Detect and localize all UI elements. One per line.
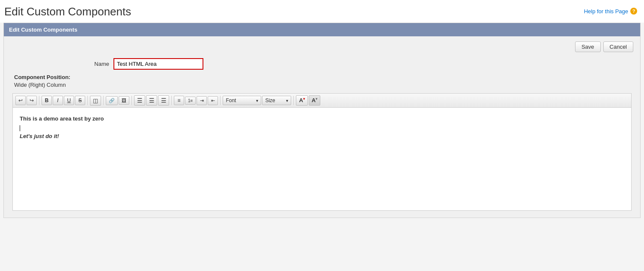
cancel-button[interactable]: Cancel bbox=[603, 41, 633, 52]
component-position-value: Wide (Right) Column bbox=[11, 82, 633, 88]
help-link-text: Help for this Page bbox=[584, 8, 628, 15]
help-link[interactable]: Help for this Page ? bbox=[584, 8, 637, 15]
indent-icon: ⇥ bbox=[200, 98, 204, 103]
outdent-icon: ⇤ bbox=[211, 98, 215, 103]
bg-color-button[interactable]: A▾ bbox=[309, 95, 320, 105]
underline-button[interactable]: U bbox=[64, 96, 74, 105]
table-button[interactable]: ◫ bbox=[90, 96, 101, 106]
table-icon: ◫ bbox=[93, 97, 98, 104]
separator-2 bbox=[87, 96, 88, 105]
font-dropdown[interactable]: Font ▾ bbox=[223, 96, 261, 105]
link-button[interactable]: 🔗 bbox=[106, 96, 118, 105]
link-icon: 🔗 bbox=[109, 98, 115, 103]
undo-button[interactable]: ↩ bbox=[15, 96, 26, 105]
align-left-icon: ☰ bbox=[137, 97, 142, 104]
bold-button[interactable]: B bbox=[42, 96, 52, 105]
edit-panel: Edit Custom Components Save Cancel Name … bbox=[3, 23, 641, 218]
list-ol-button[interactable]: 1≡ bbox=[185, 97, 196, 105]
page-header: Edit Custom Components Help for this Pag… bbox=[0, 0, 644, 23]
text-cursor bbox=[20, 125, 20, 131]
separator-5 bbox=[171, 96, 172, 105]
panel-header: Edit Custom Components bbox=[4, 23, 640, 36]
page-title: Edit Custom Components bbox=[4, 5, 131, 18]
editor-content-area[interactable]: This is a demo area test by zero Let's j… bbox=[13, 108, 631, 210]
name-label: Name bbox=[11, 61, 113, 67]
align-left-button[interactable]: ☰ bbox=[134, 95, 145, 106]
strikethrough-button[interactable]: S bbox=[75, 96, 85, 105]
redo-button[interactable]: ↪ bbox=[27, 96, 37, 105]
list-ul-button[interactable]: ≡ bbox=[174, 96, 184, 105]
editor-line-2 bbox=[20, 124, 624, 133]
redo-icon: ↪ bbox=[30, 97, 34, 103]
italic-button[interactable]: I bbox=[53, 96, 63, 105]
align-center-button[interactable]: ☰ bbox=[146, 95, 157, 106]
align-right-icon: ☰ bbox=[161, 97, 166, 104]
outdent-button[interactable]: ⇤ bbox=[208, 96, 218, 105]
image-button[interactable]: 🖼 bbox=[119, 96, 129, 105]
action-toolbar: Save Cancel bbox=[11, 41, 633, 52]
font-color-button[interactable]: A▾ bbox=[296, 95, 307, 105]
list-ul-icon: ≡ bbox=[177, 97, 180, 103]
undo-icon: ↩ bbox=[18, 97, 23, 103]
separator-3 bbox=[103, 96, 104, 105]
font-chevron-icon: ▾ bbox=[256, 98, 258, 103]
component-position-label: Component Position: bbox=[11, 74, 633, 80]
separator-6 bbox=[220, 96, 221, 105]
editor-line-1: This is a demo area test by zero bbox=[20, 115, 624, 123]
save-button[interactable]: Save bbox=[575, 41, 601, 52]
size-dropdown[interactable]: Size ▾ bbox=[262, 96, 291, 105]
image-icon: 🖼 bbox=[122, 98, 126, 103]
list-ol-icon: 1≡ bbox=[188, 98, 193, 103]
size-label: Size bbox=[265, 97, 275, 103]
align-right-button[interactable]: ☰ bbox=[158, 95, 169, 106]
name-input[interactable] bbox=[113, 58, 203, 70]
indent-button[interactable]: ⇥ bbox=[197, 96, 207, 105]
size-chevron-icon: ▾ bbox=[286, 98, 288, 103]
bg-color-icon: A▾ bbox=[312, 97, 317, 103]
editor-line-3: Let's just do it! bbox=[20, 132, 624, 141]
rich-text-editor: ↩ ↪ B I U S ◫ 🔗 🖼 bbox=[12, 93, 632, 211]
font-color-icon: A▾ bbox=[299, 97, 304, 103]
name-row: Name bbox=[11, 58, 633, 70]
font-label: Font bbox=[226, 97, 236, 103]
separator-4 bbox=[131, 96, 132, 105]
align-center-icon: ☰ bbox=[149, 97, 154, 104]
panel-body: Save Cancel Name Component Position: Wid… bbox=[4, 36, 640, 218]
separator-7 bbox=[293, 96, 294, 105]
separator-1 bbox=[39, 96, 39, 105]
help-icon: ? bbox=[630, 8, 637, 15]
editor-toolbar: ↩ ↪ B I U S ◫ 🔗 🖼 bbox=[13, 94, 631, 108]
